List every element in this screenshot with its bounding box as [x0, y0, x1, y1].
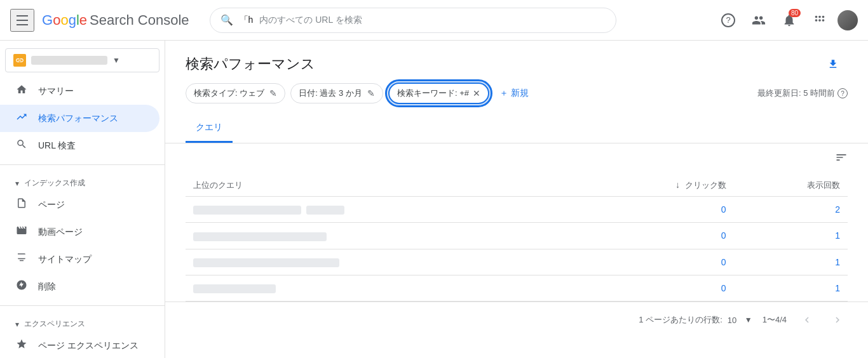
section-label: インデックス作成: [24, 178, 85, 189]
table-toolbar: [186, 143, 848, 175]
tab-label: クエリ: [196, 122, 222, 132]
cell-impressions: 1: [734, 249, 848, 275]
cell-clicks: 0: [578, 197, 733, 223]
col-impressions-label: 表示回数: [807, 180, 840, 190]
people-icon: [752, 13, 766, 27]
next-page-button[interactable]: [827, 310, 848, 330]
sidebar-item-label: 検索パフォーマンス: [38, 113, 118, 124]
edit-icon: ✎: [367, 88, 375, 98]
sidebar-item-label: 動画ページ: [38, 227, 83, 238]
sidebar-item-pages[interactable]: ページ: [0, 191, 159, 218]
filter-label: 検索キーワード: +#: [397, 88, 469, 99]
help-button[interactable]: ?: [715, 8, 741, 33]
last-updated-text: 最終更新日: 5 時間前: [757, 88, 835, 99]
cell-query: [186, 197, 578, 223]
filter-label: 検索タイプ: ウェブ: [194, 88, 264, 99]
avatar[interactable]: [837, 10, 858, 30]
sidebar-item-page-experience[interactable]: ページ エクスペリエンス: [0, 332, 159, 358]
cell-impressions: 2: [734, 197, 848, 223]
main-content: 検索パフォーマンス 検索タイプ: ウェブ ✎ 日付: 過去 3 か月 ✎ 検索キ…: [165, 41, 868, 358]
col-query-label: 上位のクエリ: [193, 180, 243, 190]
trending-icon: [15, 111, 28, 126]
info-icon: ?: [837, 88, 848, 98]
sidebar-item-label: ページ: [38, 199, 65, 211]
sidebar-item-video[interactable]: 動画ページ: [0, 218, 159, 246]
filter-icon: [835, 151, 848, 164]
edit-icon: ✎: [269, 88, 277, 98]
col-clicks[interactable]: ↓ クリック数: [578, 175, 733, 197]
divider-2: [0, 305, 165, 306]
dropdown-icon: ▼: [112, 56, 120, 65]
download-icon: [827, 58, 839, 70]
sidebar-item-search-performance[interactable]: 検索パフォーマンス: [0, 105, 159, 132]
cell-clicks: 0: [578, 275, 733, 301]
tab-queries[interactable]: クエリ: [186, 114, 233, 143]
grid-icon: [813, 13, 827, 27]
chevron-down-icon: ▼: [745, 315, 752, 324]
column-filter-button[interactable]: [835, 151, 848, 167]
menu-button[interactable]: [10, 9, 34, 32]
logo: Google Search Console: [42, 12, 189, 29]
chevron-right-icon: [832, 314, 843, 326]
blurred-query-text: [193, 206, 301, 215]
date-filter[interactable]: 日付: 過去 3 か月 ✎: [290, 83, 383, 103]
sidebar-item-summary[interactable]: サマリー: [0, 77, 159, 105]
notification-badge: 80: [789, 9, 801, 17]
property-selector[interactable]: ▼: [5, 48, 159, 72]
cell-clicks: 0: [578, 223, 733, 249]
search-type-filter[interactable]: 検索タイプ: ウェブ ✎: [186, 83, 285, 103]
people-button[interactable]: [746, 8, 771, 33]
notifications-button[interactable]: 80: [776, 8, 802, 33]
cell-impressions: 1: [734, 275, 848, 301]
sidebar-item-url-inspection[interactable]: URL 検査: [0, 132, 159, 159]
pages-icon: [15, 197, 28, 212]
sidebar-item-label: サイトマップ: [38, 254, 92, 265]
blurred-query-text: [193, 284, 276, 293]
cell-query: [186, 223, 578, 249]
section-index-header[interactable]: ▾ インデックス作成: [0, 170, 165, 191]
search-domain: 「h: [240, 15, 254, 26]
url-search-bar[interactable]: 🔍 「h 内のすべての URL を検索: [210, 8, 616, 33]
page-title: 検索パフォーマンス: [186, 55, 315, 74]
prev-page-button[interactable]: [797, 310, 817, 330]
table-row[interactable]: 01: [186, 249, 848, 275]
export-button[interactable]: [822, 53, 848, 75]
chevron-down-icon: ▾: [15, 320, 19, 329]
page-range: 1〜4/4: [763, 314, 787, 326]
table-row[interactable]: 01: [186, 223, 848, 249]
new-filter-button[interactable]: ＋ 新規: [494, 84, 534, 103]
divider: [0, 164, 165, 165]
table-row[interactable]: 02: [186, 197, 848, 223]
filter-bar: 検索タイプ: ウェブ ✎ 日付: 過去 3 か月 ✎ 検索キーワード: +# ✕…: [165, 83, 868, 114]
section-label: エクスペリエンス: [24, 319, 85, 329]
sidebar-item-sitemap[interactable]: サイトマップ: [0, 246, 159, 273]
property-icon: [13, 54, 26, 67]
section-experience-header[interactable]: ▾ エクスペリエンス: [0, 311, 165, 332]
close-icon[interactable]: ✕: [473, 88, 480, 98]
search-icon: [15, 138, 28, 153]
block-icon: [15, 279, 28, 294]
table-header-row: 上位のクエリ ↓ クリック数 表示回数: [186, 175, 848, 197]
help-icon: ?: [721, 13, 735, 27]
google-wordmark: Google: [42, 12, 87, 29]
cell-query: [186, 249, 578, 275]
app-subtitle: Search Console: [90, 12, 189, 29]
main-layout: ▼ サマリー 検索パフォーマンス URL 検査 ▾ インデックス作成: [0, 41, 868, 358]
nav-icons: ? 80: [715, 8, 858, 33]
top-nav: Google Search Console 🔍 「h 内のすべての URL を検…: [0, 0, 868, 41]
table-row[interactable]: 01: [186, 275, 848, 301]
sitemap-icon: [15, 252, 28, 267]
col-impressions: 表示回数: [734, 175, 848, 197]
filter-label: 日付: 過去 3 か月: [299, 88, 362, 99]
rows-per-page-label: 1 ページあたりの行数:: [639, 314, 722, 326]
content-header: 検索パフォーマンス: [165, 41, 868, 83]
apps-button[interactable]: [807, 8, 832, 33]
sidebar-item-removals[interactable]: 削除: [0, 273, 159, 300]
cell-impressions: 1: [734, 223, 848, 249]
chevron-left-icon: [801, 314, 813, 326]
property-name: [31, 56, 107, 65]
keyword-filter[interactable]: 検索キーワード: +# ✕: [388, 83, 489, 104]
home-icon: [15, 84, 28, 98]
col-query: 上位のクエリ: [186, 175, 578, 197]
pagination: 1 ページあたりの行数: 10 25 50 ▼ 1〜4/4: [165, 302, 868, 338]
